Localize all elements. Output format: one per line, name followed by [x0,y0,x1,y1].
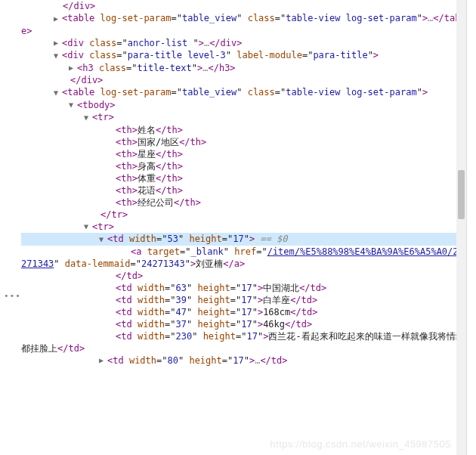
expand-arrow-icon[interactable]: ▼ [99,234,107,246]
gutter: ••• [0,0,21,455]
expand-arrow-icon[interactable]: ▶ [54,13,61,25]
dom-line[interactable]: <th>国家/地区</th> [21,136,466,148]
dom-line[interactable]: <th>花语</th> [21,184,466,197]
dom-line[interactable]: <th>姓名</th> [21,124,466,136]
dom-line[interactable]: </tr> [21,209,466,221]
dom-line[interactable]: ▼<tr> [21,111,466,124]
dom-tree[interactable]: </div>▶<table log-set-param="table_view"… [21,0,466,367]
dom-line[interactable]: <td width="63" height="17">中国湖北</td> [21,282,466,294]
expand-arrow-icon[interactable]: ▼ [54,87,61,99]
scrollbar-thumb[interactable] [458,170,465,219]
expand-arrow-icon[interactable]: ▼ [84,112,91,124]
dom-line[interactable]: <th>经纪公司</th> [21,197,466,209]
dom-line[interactable]: ▶<h3 class="title-text">…</h3> [21,62,466,75]
dom-line[interactable]: <td width="230" height="17">西兰花-看起来和吃起来的… [21,330,466,354]
expand-arrow-icon[interactable]: ▼ [54,50,61,62]
dom-line[interactable]: ▼<table log-set-param="table_view" class… [21,86,466,99]
dom-line[interactable]: <th>身高</th> [21,160,466,172]
dom-line[interactable]: </td> [21,270,466,282]
dom-line[interactable]: <a target="_blank" href="/item/%E5%88%98… [21,246,466,270]
dom-line[interactable]: </div> [21,0,466,12]
dom-line[interactable]: ▼<div class="para-title level-3" label-m… [21,49,466,62]
dom-line[interactable]: <td width="37" height="17">46kg</td> [21,318,466,330]
dom-line[interactable]: <th>体重</th> [21,172,466,184]
dom-line[interactable]: <th>星座</th> [21,148,466,160]
dom-line[interactable]: ▶<div class="anchor-list ">…</div> [21,37,466,50]
dom-line[interactable]: ▶<td width="80" height="17">…</td> [21,354,466,367]
dom-line[interactable]: <td width="39" height="17">白羊座</td> [21,294,466,306]
scrollbar-track[interactable] [456,0,466,455]
dom-line[interactable]: ▶<table log-set-param="table_view" class… [21,12,466,37]
expand-arrow-icon[interactable]: ▶ [54,37,61,49]
watermark: https://blog.csdn.net/weixin_45987505 [270,438,451,450]
expand-arrow-icon[interactable]: ▶ [99,354,107,367]
dom-line[interactable]: ▼<td width="53" height="17"> == $0 [0,233,466,246]
dom-line[interactable]: </div> [21,74,466,86]
expand-arrow-icon[interactable]: ▼ [84,221,91,233]
devtools-elements-panel: ••• </div>▶<table log-set-param="table_v… [0,0,467,455]
dom-line[interactable]: ▼<tbody> [21,99,466,112]
dom-line[interactable]: <td width="47" height="17">168cm</td> [21,306,466,318]
breakpoint-dots: ••• [4,290,21,302]
expand-arrow-icon[interactable]: ▼ [69,99,76,111]
dom-line[interactable]: ▼<tr> [21,221,466,234]
expand-arrow-icon[interactable]: ▶ [69,62,76,74]
